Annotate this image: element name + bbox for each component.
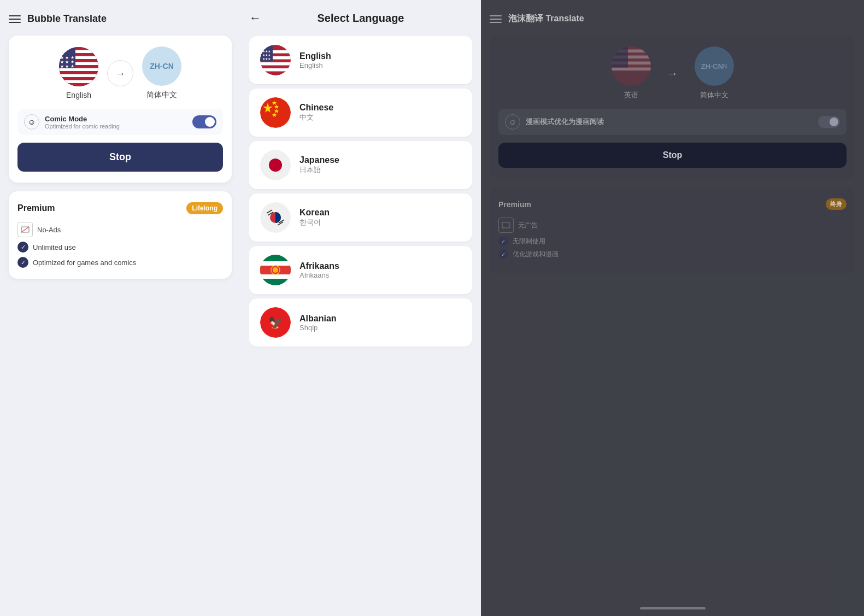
albanian-secondary: Shqip <box>299 324 337 332</box>
right-scanner-icon <box>498 218 514 233</box>
korean-primary: Korean <box>299 208 330 218</box>
app-title: Bubble Translate <box>27 13 107 25</box>
lang-swap-arrow[interactable]: → <box>107 60 133 86</box>
no-ads-label: No-Ads <box>37 226 61 234</box>
language-item-albanian[interactable]: 🦅 Albanian Shqip <box>249 298 472 347</box>
lifelong-badge: Lifelong <box>186 202 223 214</box>
albanian-names: Albanian Shqip <box>299 314 337 332</box>
no-ads-feature: No-Ads <box>17 222 223 237</box>
japanese-names: Japanese 日本語 <box>299 155 339 175</box>
us-flag: ★ ★ ★ ★ ★ ★ ★ ★ ★ <box>59 47 98 86</box>
bottom-bar <box>640 607 706 609</box>
svg-line-19 <box>21 227 29 232</box>
language-item-korean[interactable]: Korean 한국어 <box>249 193 472 242</box>
right-stop-button[interactable]: Stop <box>498 143 847 168</box>
svg-rect-30 <box>260 45 291 75</box>
right-header: 泡沫翻译 Translate <box>490 11 855 27</box>
english-names: English English <box>299 51 331 69</box>
svg-point-38 <box>269 159 282 172</box>
svg-rect-50 <box>260 261 291 266</box>
japanese-flag <box>260 150 291 180</box>
korean-secondary: 한국어 <box>299 218 330 227</box>
afrikaans-names: Afrikaans Afrikaans <box>299 261 339 279</box>
comic-mode-text: Comic Mode Optimized for comic reading <box>45 115 187 130</box>
language-item-afrikaans[interactable]: Afrikaans Afrikaans <box>249 246 472 294</box>
right-us-flag <box>612 46 651 86</box>
right-lifelong-badge: 终身 <box>826 198 847 210</box>
right-premium-card: Premium 终身 无广告 ✓ 无限制使用 ✓ 优化游戏和漫画 <box>490 187 855 273</box>
svg-rect-13 <box>59 83 98 86</box>
afrikaans-primary: Afrikaans <box>299 261 339 271</box>
back-button[interactable]: ← <box>249 11 261 25</box>
premium-title: Premium <box>17 203 55 213</box>
zh-flag: ZH-CN <box>142 46 181 86</box>
premium-card: Premium Lifelong No-Ads ✓ Unlimited use … <box>9 191 232 279</box>
comic-mode-title: Comic Mode <box>45 115 187 123</box>
optimized-feature: ✓ Optimized for games and comics <box>17 257 223 268</box>
afrikaans-flag <box>260 255 291 285</box>
albanian-primary: Albanian <box>299 314 337 324</box>
svg-text:★ ★ ★: ★ ★ ★ <box>60 64 74 69</box>
svg-rect-58 <box>612 46 651 50</box>
right-target-lang-label: 简体中文 <box>700 90 728 100</box>
right-comic-title: 漫画模式优化为漫画阅读 <box>526 117 813 127</box>
right-no-ads: 无广告 <box>498 218 847 233</box>
right-language-row: 英语 → ZH-CN N 简体中文 <box>498 46 847 100</box>
language-item-english[interactable]: ★★★ ★★★ ★★★ English English <box>249 36 472 84</box>
hamburger-icon[interactable] <box>9 15 21 23</box>
right-optimized-check: ✓ <box>498 249 508 259</box>
unlimited-label: Unlimited use <box>33 243 76 251</box>
svg-rect-12 <box>59 80 98 84</box>
main-card: ★ ★ ★ ★ ★ ★ ★ ★ ★ English → ZH-CN 简体中文 ☺… <box>9 36 232 183</box>
svg-rect-10 <box>59 74 98 78</box>
comic-mode-subtitle: Optimized for comic reading <box>45 123 187 130</box>
comic-mode-row: ☺ Comic Mode Optimized for comic reading <box>17 109 223 135</box>
right-optimized-label: 优化游戏和漫画 <box>513 250 559 259</box>
language-item-japanese[interactable]: Japanese 日本語 <box>249 141 472 189</box>
right-target-lang: ZH-CN N 简体中文 <box>695 46 734 100</box>
right-optimized: ✓ 优化游戏和漫画 <box>498 249 847 259</box>
right-unlimited-label: 无限制使用 <box>513 237 545 246</box>
chinese-secondary: 中文 <box>299 113 333 122</box>
right-premium-title: Premium <box>498 200 531 209</box>
right-comic-row: ☺ 漫画模式优化为漫画阅读 <box>498 109 847 135</box>
right-features: 无广告 ✓ 无限制使用 ✓ 优化游戏和漫画 <box>498 218 847 259</box>
right-source-lang: 英语 <box>612 46 651 100</box>
optimized-check-icon: ✓ <box>17 257 28 268</box>
right-comic-icon: ☺ <box>505 114 520 130</box>
target-language-item[interactable]: ZH-CN 简体中文 <box>142 46 181 100</box>
source-lang-label: English <box>66 91 91 99</box>
right-app-title: 泡沫翻译 Translate <box>508 13 584 25</box>
right-arrow: → <box>660 60 686 86</box>
unlimited-check-icon: ✓ <box>17 242 28 253</box>
svg-rect-48 <box>260 255 291 261</box>
japanese-secondary: 日本語 <box>299 165 339 175</box>
zh-flag-text: ZH-CN <box>150 62 174 71</box>
right-zh-flag: ZH-CN N <box>695 46 734 86</box>
english-flag: ★★★ ★★★ ★★★ <box>260 45 291 75</box>
albanian-flag: 🦅 <box>260 307 291 338</box>
svg-rect-11 <box>59 77 98 80</box>
svg-rect-9 <box>59 71 98 74</box>
stop-button[interactable]: Stop <box>17 143 223 172</box>
right-comic-toggle[interactable] <box>818 116 840 128</box>
english-primary: English <box>299 51 331 61</box>
middle-panel: ← Select Language ★★★ ★★★ ★★★ <box>240 0 481 616</box>
page-title: Select Language <box>270 12 451 25</box>
language-selector-row: ★ ★ ★ ★ ★ ★ ★ ★ ★ English → ZH-CN 简体中文 <box>17 46 223 100</box>
english-secondary: English <box>299 61 331 69</box>
language-item-chinese[interactable]: Chinese 中文 <box>249 89 472 137</box>
japanese-primary: Japanese <box>299 155 339 165</box>
source-language-item[interactable]: ★ ★ ★ ★ ★ ★ ★ ★ ★ English <box>59 47 98 99</box>
middle-header: ← Select Language <box>249 11 472 25</box>
target-lang-label: 简体中文 <box>146 90 177 100</box>
svg-text:🦅: 🦅 <box>268 315 284 330</box>
comic-mode-toggle[interactable] <box>192 115 216 128</box>
svg-rect-65 <box>612 68 651 71</box>
right-hamburger-icon[interactable] <box>490 15 502 23</box>
right-premium-header: Premium 终身 <box>498 198 847 210</box>
optimized-label: Optimized for games and comics <box>33 259 136 267</box>
korean-names: Korean 한국어 <box>299 208 330 227</box>
svg-rect-51 <box>260 274 291 279</box>
language-list: ★★★ ★★★ ★★★ English English <box>249 36 472 605</box>
